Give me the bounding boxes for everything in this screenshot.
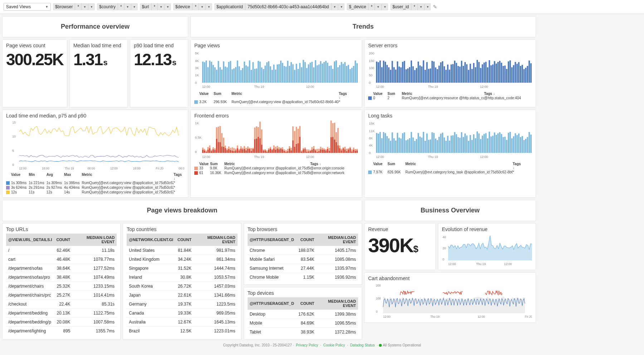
svg-rect-428 — [421, 138, 423, 153]
chart-long-tasks[interactable]: Long tasks 15K11K8K4K012:00Thu 1912:00Fr… — [364, 110, 536, 198]
svg-rect-237 — [223, 147, 224, 153]
svg-rect-83 — [337, 67, 339, 83]
svg-rect-124 — [411, 61, 412, 83]
table-top-devices[interactable]: Top devices @HTTP.USERAGENT_DCOUNTMEDIAN… — [244, 287, 362, 340]
svg-rect-420 — [407, 139, 409, 153]
chart-load-time[interactable]: Load time end median, p75 and p90 151050… — [2, 110, 188, 198]
svg-rect-149 — [454, 61, 455, 83]
svg-rect-441 — [444, 138, 445, 153]
svg-rect-402 — [376, 133, 377, 153]
table-top-urls[interactable]: Top URLs @VIEW.URL_DETAILS.ICOUNTMEDIAN:… — [2, 223, 121, 340]
svg-rect-371 — [339, 148, 341, 153]
svg-rect-23 — [233, 68, 235, 83]
svg-rect-224 — [211, 150, 212, 151]
kpi-revenue[interactable]: Revenue 390K$ — [364, 223, 436, 270]
svg-rect-143 — [444, 66, 445, 83]
filter-pill[interactable]: $user_id*▼▼ — [390, 3, 431, 10]
bar-chart: 1K0.5K012:00Thu 1912:00Fri 20 — [194, 120, 358, 159]
svg-rect-348 — [318, 149, 320, 151]
svg-text:4K: 4K — [195, 59, 199, 63]
cookie-link[interactable]: Cookie Policy — [323, 343, 345, 347]
svg-rect-403 — [378, 134, 379, 153]
filter-pill[interactable]: $browser*▼▼ — [53, 3, 95, 10]
edit-icon[interactable]: ✎ — [433, 4, 437, 10]
chart-cart-abandonment[interactable]: Cart abandonment 200100012:00Thu 1912:00… — [364, 272, 536, 323]
svg-rect-188 — [522, 65, 523, 83]
svg-rect-129 — [419, 66, 421, 83]
chart-server-errors[interactable]: Server errors 20015010050012:00Thu 1912:… — [364, 39, 536, 107]
chart-frontend-errors[interactable]: Frontend errors 1K0.5K012:00Thu 1912:00F… — [190, 110, 362, 198]
saved-views-label: Saved Views — [6, 4, 31, 9]
svg-rect-231 — [218, 142, 219, 153]
svg-text:0: 0 — [369, 81, 371, 85]
svg-text:12:00: 12:00 — [478, 315, 485, 318]
svg-rect-305 — [282, 149, 283, 153]
kpi-value: 1.31 — [73, 50, 103, 69]
svg-rect-167 — [485, 62, 487, 83]
svg-rect-90 — [350, 69, 351, 83]
svg-rect-427 — [419, 136, 421, 153]
kpi-page-views[interactable]: Page views count 300.25K — [2, 39, 67, 107]
svg-rect-296 — [273, 145, 275, 148]
filter-pill[interactable]: $device*▼▼ — [173, 3, 212, 10]
kpi-p90-load[interactable]: p90 load time end 12.13s — [130, 39, 188, 107]
svg-rect-300 — [277, 146, 278, 148]
status-link[interactable]: Datadog Status — [350, 343, 375, 347]
svg-rect-216 — [204, 149, 205, 150]
kpi-title: Page views count — [6, 43, 63, 48]
svg-rect-235 — [221, 147, 223, 153]
chart-page-views[interactable]: Page views 5K4K3K1K012:00Thu 1912:00Fri … — [190, 39, 362, 107]
saved-views-dropdown[interactable]: Saved Views ▼ — [4, 3, 51, 11]
svg-rect-51 — [282, 63, 283, 83]
svg-rect-337 — [309, 151, 311, 153]
svg-text:0: 0 — [13, 163, 14, 167]
chart-revenue-evolution[interactable]: Evolution of revenue 4020012:00Thu 1912:… — [438, 223, 536, 270]
svg-rect-483 — [516, 135, 518, 153]
svg-rect-54 — [287, 61, 288, 83]
filter-pill[interactable]: $url*▼▼ — [140, 3, 171, 10]
svg-rect-109 — [385, 62, 386, 82]
svg-rect-144 — [445, 70, 447, 83]
svg-rect-147 — [450, 64, 452, 83]
svg-text:06:00: 06:00 — [87, 167, 95, 170]
svg-rect-464 — [483, 134, 485, 153]
svg-rect-254 — [237, 145, 238, 148]
svg-rect-347 — [318, 151, 320, 153]
svg-rect-42 — [266, 62, 268, 83]
svg-rect-381 — [348, 149, 349, 153]
table-top-countries[interactable]: Top countries @NETWORK.CLIENT.GICOUNTMED… — [123, 223, 241, 340]
svg-rect-262 — [244, 146, 245, 149]
svg-rect-298 — [275, 147, 276, 149]
svg-rect-360 — [329, 148, 330, 151]
svg-rect-154 — [463, 66, 464, 83]
card-title: Cart abandonment — [368, 275, 532, 281]
svg-rect-8 — [207, 67, 209, 83]
svg-rect-429 — [423, 132, 424, 153]
svg-rect-151 — [458, 66, 459, 83]
svg-rect-25 — [237, 61, 238, 83]
svg-text:0: 0 — [195, 81, 197, 85]
svg-rect-340 — [311, 147, 313, 150]
section-business: Business Overview — [364, 200, 536, 221]
filter-pill[interactable]: $_device*▼▼ — [347, 3, 388, 10]
kpi-median-load[interactable]: Median load time end 1.31s — [69, 39, 128, 107]
kpi-title: p90 load time end — [134, 43, 184, 48]
privacy-link[interactable]: Privacy Policy — [296, 343, 318, 347]
svg-rect-120 — [404, 61, 405, 83]
svg-rect-449 — [458, 137, 459, 153]
svg-text:15K: 15K — [369, 122, 375, 125]
svg-text:12:00: 12:00 — [306, 155, 314, 159]
svg-rect-257 — [240, 149, 242, 153]
filter-pill[interactable]: $country*▼▼ — [97, 3, 138, 10]
table-top-browsers[interactable]: Top browsers @HTTP.USERAGENT_DCOUNTMEDIA… — [244, 223, 362, 285]
svg-rect-185 — [516, 64, 518, 83]
filter-pill[interactable]: $applicationId75d50c62-8b66-403c-a453-aa… — [214, 3, 345, 10]
svg-rect-323 — [297, 143, 299, 153]
svg-rect-156 — [466, 64, 468, 82]
svg-rect-53 — [285, 67, 287, 83]
svg-rect-484 — [518, 134, 519, 153]
svg-text:12:00: 12:00 — [110, 167, 118, 170]
svg-rect-217 — [206, 152, 207, 153]
svg-rect-280 — [259, 121, 261, 138]
svg-rect-113 — [392, 61, 393, 83]
